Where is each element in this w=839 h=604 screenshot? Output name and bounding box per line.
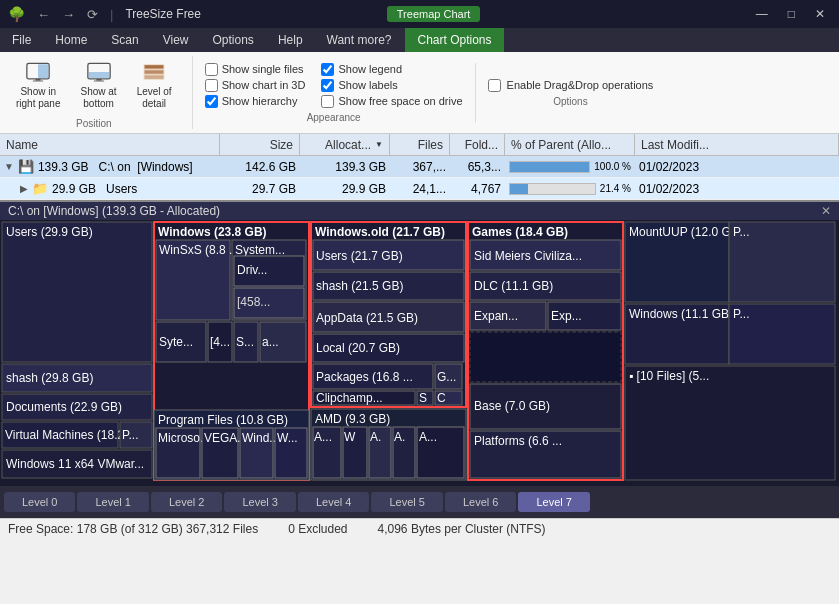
col-header-files[interactable]: Files	[390, 134, 450, 155]
col-header-fold[interactable]: Fold...	[450, 134, 505, 155]
tm-label-amd-a3: A.	[394, 430, 405, 444]
tree-cell-files-users: 24,1...	[390, 178, 450, 199]
menu-scan[interactable]: Scan	[99, 28, 150, 52]
minimize-button[interactable]: —	[750, 5, 774, 23]
ribbon-options-group: Enable Drag&Drop operations Options	[488, 79, 666, 107]
tm-label-wbem: W...	[277, 431, 298, 445]
pct-bar-container	[509, 161, 590, 173]
level-7-button[interactable]: Level 7	[518, 492, 589, 512]
pct-text-users: 21.4 %	[600, 183, 631, 194]
menu-want-more[interactable]: Want more?	[315, 28, 404, 52]
tm-label-p: P...	[122, 428, 138, 442]
menu-file[interactable]: File	[0, 28, 43, 52]
col-header-alloc[interactable]: Allocat... ▼	[300, 134, 390, 155]
level-of-detail-label: Level ofdetail	[137, 86, 172, 110]
treemap-badge[interactable]: Treemap Chart	[387, 6, 481, 22]
show-single-files-input[interactable]	[205, 63, 218, 76]
tm-label-shash: shash (29.8 GB)	[6, 371, 93, 385]
col-header-modified[interactable]: Last Modifi...	[635, 134, 839, 155]
level-3-button[interactable]: Level 3	[224, 492, 295, 512]
show-chart-3d-check[interactable]: Show chart in 3D	[205, 79, 306, 92]
drag-drop-input[interactable]	[488, 79, 501, 92]
refresh-button[interactable]: ⟳	[83, 5, 102, 24]
show-hierarchy-check[interactable]: Show hierarchy	[205, 95, 306, 108]
expand-arrow-users[interactable]: ▶	[20, 183, 28, 194]
root-name: 139.3 GB C:\ on [Windows]	[38, 160, 193, 174]
tree-cell-alloc-users: 29.9 GB	[300, 178, 390, 199]
tm-label-winold: Windows.old (21.7 GB)	[315, 225, 445, 239]
menu-chart-options[interactable]: Chart Options	[405, 28, 503, 52]
tm-label-p3: P...	[733, 307, 749, 321]
show-bottom-button[interactable]: Show atbottom	[72, 56, 124, 114]
level-5-button[interactable]: Level 5	[371, 492, 442, 512]
back-button[interactable]: ←	[33, 5, 54, 24]
status-free-space: Free Space: 178 GB (of 312 GB) 367,312 F…	[8, 522, 258, 536]
tm-label-sid: Sid Meiers Civiliza...	[474, 249, 582, 263]
tm-label-progfiles: Program Files (10.8 GB)	[158, 413, 288, 427]
forward-button[interactable]: →	[58, 5, 79, 24]
col-header-pct[interactable]: % of Parent (Allo...	[505, 134, 635, 155]
tm-label-platforms: Platforms (6.6 ...	[474, 434, 562, 448]
drag-drop-check[interactable]: Enable Drag&Drop operations	[488, 79, 654, 92]
svg-rect-6	[96, 79, 101, 81]
col-header-size[interactable]: Size	[220, 134, 300, 155]
show-labels-check[interactable]: Show labels	[321, 79, 462, 92]
tm-label-games: Games (18.4 GB)	[472, 225, 568, 239]
show-chart-3d-input[interactable]	[205, 79, 218, 92]
show-single-files-check[interactable]: Show single files	[205, 63, 306, 76]
tm-label-win11: Windows 11 x64 VMwar...	[6, 457, 144, 471]
maximize-button[interactable]: □	[782, 5, 801, 23]
tree-area: ▼ 💾 139.3 GB C:\ on [Windows] 142.6 GB 1…	[0, 156, 839, 200]
tm-label-g: G...	[437, 370, 456, 384]
tree-cell-modified-users: 01/02/2023	[635, 178, 839, 199]
menu-options[interactable]: Options	[201, 28, 266, 52]
treemap-title: C:\ on [Windows] (139.3 GB - Allocated) …	[0, 202, 839, 220]
show-legend-check[interactable]: Show legend	[321, 63, 462, 76]
expand-arrow[interactable]: ▼	[4, 161, 14, 172]
tree-row-users[interactable]: ▶ 📁 29.9 GB Users 29.7 GB 29.9 GB 24,1..…	[0, 178, 839, 200]
tm-block-10files[interactable]	[625, 366, 835, 480]
appearance-group-label: Appearance	[307, 112, 361, 123]
tm-label-docs: Documents (22.9 GB)	[6, 400, 122, 414]
monitor-right-icon	[26, 60, 50, 84]
tree-cell-fold-users: 4,767	[450, 178, 505, 199]
pct-bar-users	[510, 184, 528, 194]
show-hierarchy-input[interactable]	[205, 95, 218, 108]
tree-cell-name-users: ▶ 📁 29.9 GB Users	[0, 178, 220, 199]
title-bar: 🌳 ← → ⟳ | TreeSize Free Treemap Chart — …	[0, 0, 839, 28]
show-free-drive-input[interactable]	[321, 95, 334, 108]
pct-bar	[510, 162, 589, 172]
tree-row-root[interactable]: ▼ 💾 139.3 GB C:\ on [Windows] 142.6 GB 1…	[0, 156, 839, 178]
show-legend-input[interactable]	[321, 63, 334, 76]
app-logo: 🌳	[8, 6, 25, 22]
tm-block-users[interactable]	[2, 222, 152, 362]
tm-label-amd-a4: A...	[419, 430, 437, 444]
svg-rect-1	[38, 64, 48, 78]
tree-cell-modified-root: 01/02/2023	[635, 156, 839, 177]
separator: |	[106, 5, 117, 24]
show-free-drive-check[interactable]: Show free space on drive	[321, 95, 462, 108]
show-right-pane-button[interactable]: Show inright pane	[8, 56, 68, 114]
close-button[interactable]: ✕	[809, 5, 831, 23]
tm-block-sparse[interactable]	[470, 332, 621, 382]
level-6-button[interactable]: Level 6	[445, 492, 516, 512]
svg-rect-10	[145, 70, 164, 73]
menu-view[interactable]: View	[151, 28, 201, 52]
tree-cell-files-root: 367,...	[390, 156, 450, 177]
treemap-close-button[interactable]: ✕	[821, 204, 831, 218]
level-0-button[interactable]: Level 0	[4, 492, 75, 512]
menu-home[interactable]: Home	[43, 28, 99, 52]
ribbon: Show inright pane Show atbottom	[0, 52, 839, 134]
treemap-canvas[interactable]: Users (29.9 GB) shash (29.8 GB) Document…	[0, 220, 839, 482]
show-labels-input[interactable]	[321, 79, 334, 92]
tm-label-wind: Wind...	[242, 431, 279, 445]
treemap-path: C:\ on [Windows] (139.3 GB - Allocated)	[8, 204, 220, 218]
level-4-button[interactable]: Level 4	[298, 492, 369, 512]
tm-label-amd-a2: A.	[370, 430, 381, 444]
level-2-button[interactable]: Level 2	[151, 492, 222, 512]
level-of-detail-button[interactable]: Level ofdetail	[129, 56, 180, 114]
menu-help[interactable]: Help	[266, 28, 315, 52]
tree-cell-name-root: ▼ 💾 139.3 GB C:\ on [Windows]	[0, 156, 220, 177]
level-1-button[interactable]: Level 1	[77, 492, 148, 512]
col-header-name[interactable]: Name	[0, 134, 220, 155]
